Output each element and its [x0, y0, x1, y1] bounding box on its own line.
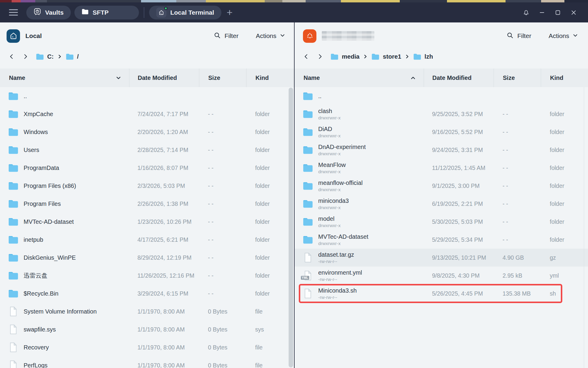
file-row[interactable]: PerfLogs1/1/1970, 8:00 AM0 Bytesfile: [0, 356, 294, 368]
file-row[interactable]: Miniconda3.sh-rw-rw-r--5/26/2025, 4:45 P…: [295, 285, 588, 302]
file-row[interactable]: MVTec-AD-dataset1/23/2026, 10:26 PM- -fo…: [0, 213, 294, 231]
file-icon: [8, 342, 19, 352]
file-row[interactable]: Program Files2/26/2026, 1:38 PM- -folder: [0, 195, 294, 213]
folder-icon: [302, 146, 313, 154]
file-row[interactable]: meanflow-officialdrwxrwxr-x9/1/2025, 3:0…: [295, 177, 588, 195]
file-row[interactable]: XmpCache7/24/2024, 7:17 PM- -folder: [0, 105, 294, 123]
filter-button[interactable]: Filter: [506, 32, 531, 40]
minimize-button[interactable]: [534, 6, 550, 19]
column-header-kind[interactable]: Kind: [541, 69, 588, 87]
column-header-date[interactable]: Date Modified: [129, 69, 199, 87]
file-row[interactable]: swapfile.sys1/1/1970, 8:00 AM0 Bytessys: [0, 320, 294, 338]
file-icon: [8, 360, 19, 368]
file-name: ..: [24, 93, 27, 99]
file-permissions: drwxrwxr-x: [318, 115, 341, 120]
breadcrumb-item[interactable]: store1: [371, 53, 401, 60]
file-row[interactable]: DiADdrwxrwxr-x9/16/2025, 5:52 PM- -folde…: [295, 123, 588, 141]
file-name: ProgramData: [24, 165, 59, 171]
tab-vaults[interactable]: Vaults: [26, 6, 71, 19]
file-size: - -: [199, 254, 246, 261]
file-row[interactable]: ..: [295, 87, 588, 105]
file-kind: folder: [246, 200, 294, 207]
forward-button[interactable]: [313, 50, 327, 63]
actions-button[interactable]: Actions: [256, 32, 285, 39]
file-kind: folder: [246, 183, 294, 189]
file-name: swapfile.sys: [24, 326, 56, 333]
forward-button[interactable]: [19, 50, 32, 63]
file-row[interactable]: Program Files (x86)2/3/2026, 5:03 PM- -f…: [0, 177, 294, 195]
tab-label: Local Terminal: [170, 9, 214, 16]
file-row[interactable]: DnAD-experimentdrwxrwxr-x9/24/2025, 3:31…: [295, 141, 588, 159]
folder-icon: [8, 146, 19, 154]
file-row[interactable]: $Recycle.Bin3/29/2024, 6:15 PM- -folder: [0, 285, 294, 302]
date-modified: 9/25/2025, 3:52 PM: [424, 111, 494, 118]
scrollbar-track[interactable]: [584, 87, 584, 368]
folder-icon: [8, 235, 19, 244]
column-header-name[interactable]: Name: [295, 69, 424, 87]
file-size: 0 Bytes: [199, 326, 246, 333]
file-name: ..: [318, 93, 321, 99]
maximize-button[interactable]: [550, 6, 566, 19]
folder-icon: [302, 200, 313, 208]
file-row[interactable]: inetpub4/17/2025, 6:21 PM- -folder: [0, 231, 294, 249]
file-kind: folder: [541, 129, 588, 136]
breadcrumb-item[interactable]: lzh: [413, 53, 433, 60]
local-terminal-icon: >_: [156, 7, 166, 18]
tab-local-terminal[interactable]: >_ Local Terminal: [149, 6, 221, 19]
filter-button[interactable]: Filter: [214, 32, 238, 40]
file-kind: folder: [246, 272, 294, 279]
column-header-size[interactable]: Size: [494, 69, 541, 87]
file-size: - -: [494, 236, 541, 243]
file-row[interactable]: Users2/28/2025, 7:14 PM- -folder: [0, 141, 294, 159]
file-list: ..clashdrwxrwxr-x9/25/2025, 3:52 PM- -fo…: [295, 87, 588, 368]
file-row[interactable]: 迅雷云盘11/26/2025, 12:16 PM- -folder: [0, 267, 294, 285]
column-header-size[interactable]: Size: [199, 69, 246, 87]
file-row[interactable]: System Volume Information1/1/1970, 8:00 …: [0, 302, 294, 320]
folder-icon: [8, 110, 19, 118]
breadcrumb-item[interactable]: media: [330, 53, 359, 60]
hamburger-menu-icon[interactable]: [9, 9, 18, 16]
new-tab-button[interactable]: +: [227, 8, 233, 17]
search-icon: [506, 32, 514, 40]
file-row[interactable]: Recovery1/1/1970, 8:00 AM0 Bytesfile: [0, 338, 294, 356]
chevron-right-icon: [58, 54, 62, 59]
file-kind: folder: [541, 111, 588, 118]
file-row[interactable]: clashdrwxrwxr-x9/25/2025, 3:52 PM- -fold…: [295, 105, 588, 123]
back-button[interactable]: [5, 50, 19, 63]
date-modified: 1/1/1970, 8:00 AM: [129, 344, 199, 351]
file-row[interactable]: Windows2/20/2026, 1:20 AM- -folder: [0, 123, 294, 141]
file-row[interactable]: MVTec-AD-datasetdrwxrwxr-x5/29/2025, 5:3…: [295, 231, 588, 249]
column-header-date[interactable]: Date Modified: [424, 69, 494, 87]
tab-sftp[interactable]: SFTP: [74, 6, 139, 19]
notifications-bell-icon[interactable]: [518, 6, 534, 19]
file-row[interactable]: ..: [0, 87, 294, 105]
file-permissions: drwxrwxr-x: [318, 241, 368, 246]
file-row[interactable]: MeanFlowdrwxrwxr-x11/12/2025, 1:45 AM- -…: [295, 159, 588, 177]
file-name: clash: [318, 108, 341, 114]
file-name: DiskGenius_WinPE: [24, 254, 76, 261]
column-header-name[interactable]: Name: [0, 69, 129, 87]
column-header-kind[interactable]: Kind: [246, 69, 294, 87]
date-modified: 2/20/2026, 1:20 AM: [129, 129, 199, 136]
search-icon: [214, 32, 221, 40]
breadcrumb-item[interactable]: /: [66, 53, 79, 60]
file-name: dataset.tar.gz: [318, 251, 354, 258]
vertical-scrollbar[interactable]: [289, 88, 293, 367]
breadcrumb-item[interactable]: C:: [36, 53, 54, 60]
file-permissions: drwxrwxr-x: [318, 151, 366, 156]
breadcrumb-label: C:: [47, 53, 54, 60]
file-size: - -: [199, 272, 246, 279]
close-button[interactable]: [566, 6, 581, 19]
file-kind: folder: [541, 218, 588, 225]
file-row[interactable]: YMLenvironment.yml-rw-rw-r--9/8/2025, 4:…: [295, 267, 588, 285]
back-button[interactable]: [299, 50, 313, 63]
file-row[interactable]: ProgramData1/16/2026, 8:07 PM- -folder: [0, 159, 294, 177]
file-kind: folder: [246, 147, 294, 153]
sort-direction-icon: [410, 75, 416, 81]
file-row[interactable]: modeldrwxrwxr-x5/30/2025, 5:03 PM- -fold…: [295, 213, 588, 231]
file-row[interactable]: dataset.tar.gz-rw-rw-r--9/13/2025, 10:21…: [295, 249, 588, 267]
file-kind: sh: [541, 290, 588, 297]
actions-button[interactable]: Actions: [549, 32, 578, 39]
file-row[interactable]: DiskGenius_WinPE8/29/2024, 12:19 PM- -fo…: [0, 249, 294, 267]
file-row[interactable]: miniconda3drwxrwxr-x6/19/2025, 2:21 PM- …: [295, 195, 588, 213]
